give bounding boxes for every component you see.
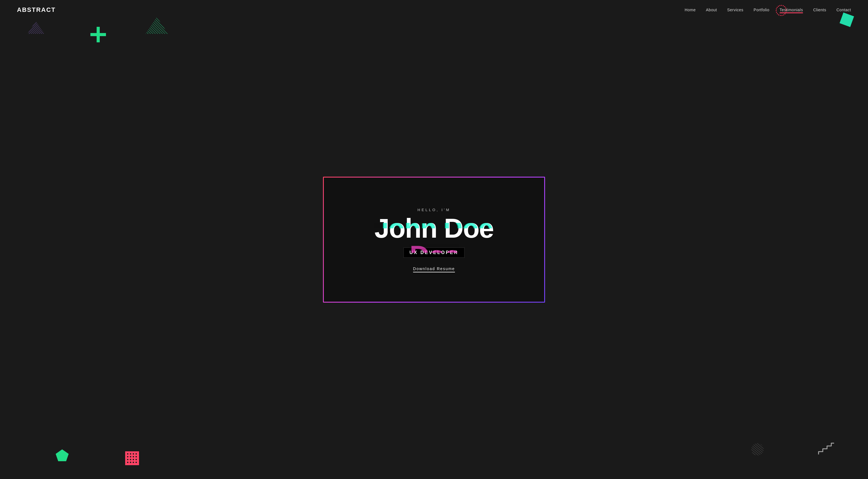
nav-item-about[interactable]: About (706, 7, 717, 12)
nav-link-services[interactable]: Services (727, 8, 743, 12)
hero-content: HELLO, I'M John Doe UX DEVELOPER Downloa… (374, 208, 493, 271)
site-logo[interactable]: ABSTRACT (17, 6, 56, 13)
nav-link-contact[interactable]: Contact (836, 8, 851, 12)
nav-item-clients[interactable]: Clients (813, 7, 826, 12)
nav-link-portfolio[interactable]: Portfolio (753, 8, 769, 12)
download-resume-link[interactable]: Download Resume (413, 267, 455, 272)
nav-link-clients[interactable]: Clients (813, 8, 826, 12)
navbar: ABSTRACT Home About Services Portfolio T… (0, 0, 868, 20)
nav-link-about[interactable]: About (706, 8, 717, 12)
hero-box: HELLO, I'M John Doe UX DEVELOPER Downloa… (324, 177, 544, 302)
nav-link-home[interactable]: Home (685, 8, 695, 12)
nav-item-testimonials[interactable]: Testimonials (780, 7, 803, 12)
nav-item-services[interactable]: Services (727, 7, 743, 12)
hero-name: John Doe (374, 215, 493, 242)
nav-item-portfolio[interactable]: Portfolio (753, 7, 769, 12)
nav-item-home[interactable]: Home (685, 7, 695, 12)
nav-item-contact[interactable]: Contact (836, 7, 851, 12)
nav-links: Home About Services Portfolio Testimonia… (685, 7, 851, 12)
hero-greeting: HELLO, I'M (374, 208, 493, 212)
nav-link-testimonials[interactable]: Testimonials (780, 8, 803, 12)
hero-section: HELLO, I'M John Doe UX DEVELOPER Downloa… (0, 0, 868, 479)
